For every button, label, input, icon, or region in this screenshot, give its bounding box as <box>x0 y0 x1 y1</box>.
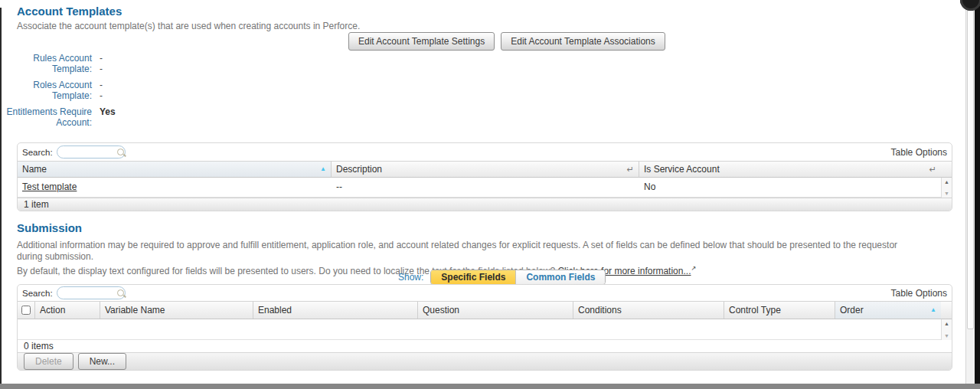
template-is-service-account-cell: No <box>639 178 941 197</box>
column-header-is-service-account[interactable]: Is Service Account ↵ <box>639 162 941 177</box>
table2-header-row: Action Variable Name Enabled Question Co… <box>18 301 952 319</box>
column-header-select-all <box>18 302 35 319</box>
rules-account-template-label: Rules Account Template: <box>6 53 92 74</box>
window-right-border <box>975 0 980 384</box>
page: Account Templates Associate the account … <box>0 0 980 389</box>
account-template-buttons: Edit Account Template Settings Edit Acco… <box>348 32 665 51</box>
table2-table-options-link[interactable]: Table Options <box>891 288 947 299</box>
entitlements-require-account-label: Entitlements Require Account: <box>6 106 92 128</box>
column-header-description[interactable]: Description ↵ <box>332 162 639 177</box>
scrollbar-header-spacer <box>941 302 952 319</box>
column-handle-icon: ↵ <box>627 165 634 174</box>
empty-table-area <box>18 319 941 340</box>
page-scrollbar-thumb[interactable] <box>967 9 974 329</box>
scroll-up-icon[interactable]: ▲ <box>944 179 949 185</box>
table2-search-input[interactable] <box>57 286 126 299</box>
scroll-up-icon[interactable]: ▲ <box>944 321 949 326</box>
edit-account-template-settings-button[interactable]: Edit Account Template Settings <box>348 32 495 51</box>
column-header-enabled[interactable]: Enabled <box>253 302 418 319</box>
column-header-control-type-label: Control Type <box>729 305 781 315</box>
search-icon <box>117 149 124 155</box>
column-header-name[interactable]: Name ▲ <box>18 162 332 177</box>
table1-toolbar: Search: Table Options <box>18 143 952 161</box>
roles-account-template-label: Roles Account Template: <box>6 80 92 101</box>
column-header-variable-name[interactable]: Variable Name <box>100 302 253 319</box>
table1-search: Search: <box>22 145 124 159</box>
column-header-name-label: Name <box>22 164 47 175</box>
column-header-conditions-label: Conditions <box>578 305 622 315</box>
table2-search-label: Search: <box>22 289 53 298</box>
delete-button[interactable]: Delete <box>24 353 74 370</box>
column-header-question[interactable]: Question <box>418 302 573 319</box>
table2-scrollbar[interactable]: ▲ ▼ <box>941 319 952 340</box>
template-description-cell: -- <box>332 178 639 197</box>
window-bottom-border <box>0 384 980 389</box>
roles-account-template-value: -- <box>100 80 103 101</box>
table2-item-count: 0 items <box>18 340 952 352</box>
entitlements-require-account-value: Yes <box>100 106 116 117</box>
table1-body: Test template -- No ▲ ▼ <box>18 178 952 198</box>
table1-table-options-link[interactable]: Table Options <box>891 147 947 158</box>
new-button[interactable]: New... <box>78 353 126 370</box>
table1-search-input[interactable] <box>57 145 126 159</box>
account-templates-subtitle: Associate the account template(s) that a… <box>17 21 360 31</box>
submission-title: Submission <box>17 221 82 234</box>
column-header-description-label: Description <box>336 164 382 175</box>
column-header-action-label: Action <box>40 305 65 315</box>
edit-account-template-associations-button[interactable]: Edit Account Template Associations <box>501 32 665 51</box>
external-link-icon: ↗ <box>691 265 696 272</box>
table2-toolbar: Search: Table Options <box>18 285 952 301</box>
page-scrollbar[interactable] <box>965 0 975 384</box>
table1-header-row: Name ▲ Description ↵ Is Service Account … <box>18 161 952 178</box>
table1-footer: 1 item <box>18 198 952 211</box>
column-header-order-label: Order <box>840 305 864 315</box>
table-row[interactable]: Test template -- No <box>18 178 941 198</box>
table2-search: Search: <box>22 286 124 299</box>
table1-search-label: Search: <box>22 148 53 157</box>
column-handle-icon: ↵ <box>929 165 936 174</box>
template-name-link[interactable]: Test template <box>22 181 77 192</box>
account-templates-table: Search: Table Options Name ▲ Description… <box>17 142 952 211</box>
column-header-question-label: Question <box>423 305 459 315</box>
submission-fields-table: Search: Table Options Action Variable Na… <box>17 284 952 371</box>
fields-toggle-group: Specific Fields Common Fields <box>430 270 606 285</box>
scroll-down-icon[interactable]: ▼ <box>944 333 949 338</box>
column-header-is-service-account-label: Is Service Account <box>644 164 720 175</box>
submission-description-line1: Additional information may be required t… <box>17 240 897 262</box>
table1-scrollbar[interactable]: ▲ ▼ <box>941 178 952 198</box>
table2-body: ▲ ▼ <box>18 319 952 340</box>
sort-ascending-icon: ▲ <box>930 307 936 313</box>
window-left-border <box>0 8 2 384</box>
specific-fields-toggle[interactable]: Specific Fields <box>431 270 515 284</box>
column-header-enabled-label: Enabled <box>258 305 292 315</box>
table1-item-count: 1 item <box>24 199 49 210</box>
column-header-conditions[interactable]: Conditions <box>573 302 724 319</box>
show-label: Show: <box>398 272 423 283</box>
account-templates-title: Account Templates <box>17 5 122 18</box>
column-header-variable-name-label: Variable Name <box>105 305 165 315</box>
rules-account-template-value: -- <box>100 53 103 74</box>
common-fields-toggle[interactable]: Common Fields <box>515 270 605 284</box>
column-header-order[interactable]: Order ▲ <box>835 302 941 319</box>
search-icon <box>117 289 124 296</box>
scrollbar-header-spacer <box>941 162 952 177</box>
column-header-action[interactable]: Action <box>35 302 100 319</box>
sort-ascending-icon: ▲ <box>320 166 326 172</box>
scroll-down-icon[interactable]: ▼ <box>944 191 949 196</box>
show-toggle-row: Show: Specific Fields Common Fields <box>398 270 606 285</box>
table2-button-bar: Delete New... <box>18 352 952 370</box>
select-all-checkbox[interactable] <box>21 306 31 315</box>
column-header-control-type[interactable]: Control Type <box>724 302 835 319</box>
